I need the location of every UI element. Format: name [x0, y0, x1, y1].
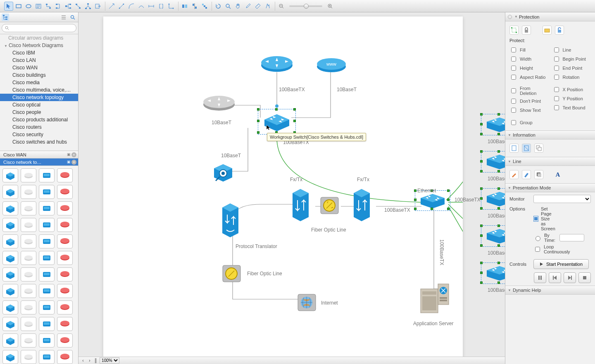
tool-rect[interactable]	[14, 2, 23, 11]
stencil-item[interactable]	[2, 201, 18, 215]
opt-bytime[interactable]: By Time:	[533, 233, 554, 243]
left-tab-search[interactable]	[69, 14, 76, 21]
stencil-item[interactable]	[21, 284, 36, 298]
tree-category[interactable]: Cisco Network Diagrams	[0, 42, 78, 49]
left-tab-list[interactable]	[60, 14, 67, 21]
tree-item[interactable]: Cisco WAN	[0, 64, 78, 71]
tree-item[interactable]: Cisco optical	[0, 101, 78, 109]
stencil-item[interactable]	[21, 317, 36, 331]
line-curve[interactable]	[137, 2, 146, 11]
close-icon[interactable]: ×	[71, 160, 76, 165]
tool-connector-tree[interactable]	[44, 2, 53, 11]
stop-button[interactable]	[578, 272, 591, 283]
stencil-item[interactable]	[2, 251, 18, 265]
stencil-item[interactable]	[21, 168, 36, 182]
stencil-item[interactable]	[39, 284, 55, 298]
tool-ellipse[interactable]	[24, 2, 33, 11]
tool-crop[interactable]	[263, 2, 272, 11]
tree-item[interactable]: Cisco people	[0, 109, 78, 116]
protect-hide-icon[interactable]	[543, 26, 552, 35]
node-switch-3[interactable]	[483, 190, 505, 209]
tool-hand[interactable]	[233, 2, 243, 11]
stencil-item[interactable]	[57, 350, 73, 364]
node-internet[interactable]	[295, 291, 318, 314]
line-brush-icon[interactable]	[522, 170, 531, 179]
stencil-item[interactable]	[57, 284, 73, 298]
stencil-item[interactable]	[21, 218, 36, 232]
tree-item[interactable]: Cisco network topology	[0, 94, 78, 101]
stencil-item[interactable]	[57, 218, 73, 232]
node-magnifier[interactable]	[211, 161, 236, 184]
tool-pointer[interactable]	[4, 2, 13, 11]
tree-item[interactable]: Cisco products additional	[0, 116, 78, 123]
library-tab-cisco-wan[interactable]: Cisco WAN ▣×	[0, 151, 78, 158]
stencil-item[interactable]	[2, 168, 18, 182]
tree-item[interactable]: Cisco LAN	[0, 57, 78, 64]
node-fiber-connector[interactable]	[318, 194, 341, 217]
stencil-item[interactable]	[39, 218, 55, 232]
node-switch-5[interactable]	[483, 264, 505, 283]
node-router[interactable]	[260, 54, 293, 79]
stencil-item[interactable]	[39, 251, 55, 265]
tool-text[interactable]	[34, 2, 43, 11]
stencil-item[interactable]	[57, 201, 73, 215]
info-layers-icon[interactable]	[534, 144, 543, 153]
tool-zoom[interactable]	[224, 2, 233, 11]
node-fxtx-right[interactable]	[350, 186, 373, 224]
left-tab-outline[interactable]	[2, 14, 9, 21]
panel-information[interactable]: Information	[505, 130, 595, 139]
tool-connector-arrow[interactable]	[74, 2, 83, 11]
ruler-toggle[interactable]: ║	[94, 358, 97, 363]
node-switch-4[interactable]	[483, 227, 505, 246]
tool-export[interactable]	[93, 2, 102, 11]
stencil-item[interactable]	[21, 267, 36, 281]
tool-connector-chain[interactable]	[54, 2, 63, 11]
tool-connector-branch[interactable]	[83, 2, 93, 11]
tree-item[interactable]: Cisco security	[0, 131, 78, 138]
stencil-item[interactable]	[57, 234, 73, 248]
zoom-slider[interactable]	[289, 5, 322, 7]
dock-icon[interactable]: ▣	[67, 152, 71, 157]
stencil-item[interactable]	[2, 300, 18, 314]
stencil-item[interactable]	[39, 185, 55, 199]
protect-lock-icon[interactable]	[522, 26, 531, 35]
monitor-select[interactable]	[533, 195, 591, 203]
line-pen-icon[interactable]	[509, 170, 519, 179]
zoom-out-icon[interactable]	[277, 2, 286, 11]
protect-from-deletion[interactable]: From Deletion	[509, 86, 548, 96]
stencil-item[interactable]	[2, 333, 18, 347]
info-object-icon[interactable]	[522, 144, 531, 153]
stencil-item[interactable]	[2, 185, 18, 199]
stencil-item[interactable]	[57, 333, 73, 347]
align-center[interactable]	[190, 2, 199, 11]
line-shadow-icon[interactable]	[534, 170, 543, 179]
next-button[interactable]	[564, 272, 576, 283]
stencil-item[interactable]	[39, 317, 55, 331]
stencil-item[interactable]	[2, 267, 18, 281]
stencil-item[interactable]	[21, 350, 36, 364]
opt-pagesize[interactable]: Set Page Size as Screen	[533, 206, 554, 231]
tree-item[interactable]: Circular arrows diagrams	[0, 34, 78, 42]
opt-loop[interactable]: Loop Continuously	[533, 244, 554, 254]
protect-unlock-icon[interactable]	[555, 26, 564, 35]
protect-rotation[interactable]: Rotation	[552, 73, 591, 81]
line-bracket[interactable]	[157, 2, 166, 11]
protect-text-bound[interactable]: Text Bound	[552, 104, 591, 111]
line-arrow[interactable]	[107, 2, 116, 11]
tree-item[interactable]: Cisco multimedia, voice,…	[0, 86, 78, 94]
panel-close-icon[interactable]	[508, 15, 512, 19]
stencil-item[interactable]	[39, 168, 55, 182]
node-router-gray[interactable]	[202, 93, 236, 116]
protect-fill[interactable]: Fill	[509, 46, 548, 54]
node-fiber-line[interactable]	[220, 262, 243, 286]
tool-eyedropper[interactable]	[243, 2, 252, 11]
stencil-item[interactable]	[39, 300, 55, 314]
line-bezier[interactable]	[127, 2, 136, 11]
stencil-item[interactable]	[21, 185, 36, 199]
stencil-item[interactable]	[57, 168, 73, 182]
protect-group[interactable]: Group	[509, 119, 591, 126]
stencil-item[interactable]	[21, 300, 36, 314]
node-app-server[interactable]	[417, 277, 450, 317]
protect-aspect-ratio[interactable]: Aspect Ratio	[509, 73, 548, 81]
protect-end-point[interactable]: End Point	[552, 64, 591, 72]
